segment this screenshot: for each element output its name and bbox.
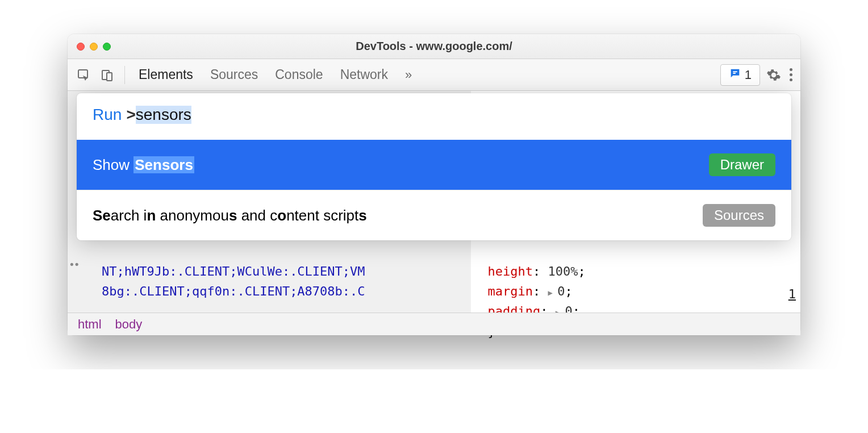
gear-icon[interactable] <box>763 65 784 85</box>
svg-rect-0 <box>78 70 87 78</box>
tab-elements[interactable]: Elements <box>139 67 193 82</box>
window-title: DevTools - www.google.com/ <box>68 40 800 53</box>
traffic-lights <box>77 43 111 51</box>
main-toolbar: Elements Sources Console Network » 1 <box>68 59 800 91</box>
svg-rect-2 <box>107 73 112 81</box>
fullscreen-icon[interactable] <box>103 43 111 51</box>
command-input-row[interactable]: Run >sensors <box>77 93 791 140</box>
breadcrumb: html body <box>68 313 800 335</box>
tab-console[interactable]: Console <box>275 67 323 82</box>
device-toolbar-icon[interactable] <box>97 65 118 85</box>
panel-content: ••NT;hWT9Jb:.CLIENT;WCulWe:.CLIENT;VM 8b… <box>68 91 800 335</box>
command-query: sensors <box>136 106 191 124</box>
kebab-menu-icon[interactable] <box>787 68 795 81</box>
breadcrumb-html[interactable]: html <box>78 317 102 332</box>
minimize-icon[interactable] <box>90 43 98 51</box>
command-item-search-scripts[interactable]: Search in anonymous and content scripts … <box>77 190 791 240</box>
titlebar: DevTools - www.google.com/ <box>68 34 800 59</box>
divider <box>124 66 125 84</box>
breadcrumb-body[interactable]: body <box>115 317 143 332</box>
close-icon[interactable] <box>77 43 85 51</box>
toolbar-tabs: Elements Sources Console Network » <box>139 67 412 82</box>
badge-sources: Sources <box>703 204 775 227</box>
inspect-element-icon[interactable] <box>73 65 94 85</box>
badge-drawer: Drawer <box>709 153 775 176</box>
match-count[interactable]: 1 <box>788 284 796 304</box>
issues-count: 1 <box>745 68 752 82</box>
more-tabs-icon[interactable]: » <box>405 68 412 82</box>
command-menu: Run >sensors Show Sensors Drawer Search … <box>77 93 791 240</box>
drag-dots-icon: •• <box>69 257 79 273</box>
command-prompt-caret: > <box>126 106 135 124</box>
svg-rect-4 <box>733 73 736 74</box>
issue-icon <box>729 67 741 83</box>
devtools-window: DevTools - www.google.com/ Elements Sour… <box>68 34 800 335</box>
tab-sources[interactable]: Sources <box>210 67 258 82</box>
svg-rect-3 <box>733 71 737 72</box>
run-label: Run <box>93 106 122 124</box>
command-item-show-sensors[interactable]: Show Sensors Drawer <box>77 140 791 190</box>
issues-button[interactable]: 1 <box>720 64 760 86</box>
tab-network[interactable]: Network <box>340 67 388 82</box>
